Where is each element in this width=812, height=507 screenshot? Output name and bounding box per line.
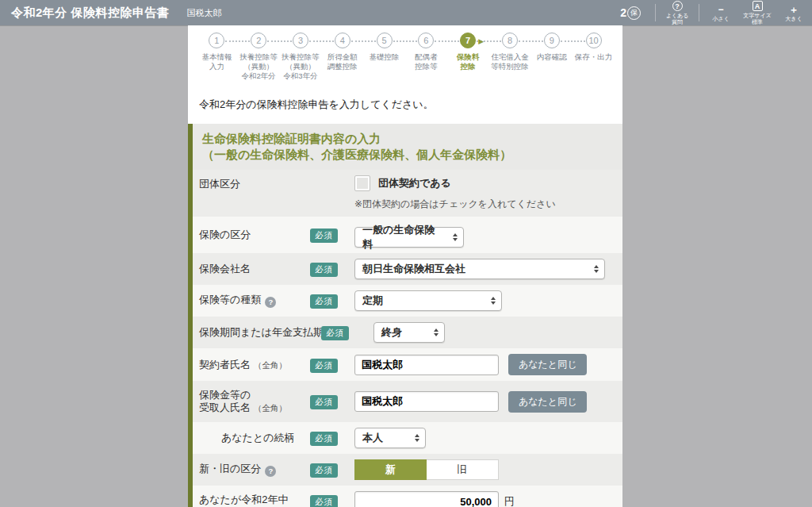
progress-stepper: 1 基本情報入力 2 扶養控除等（異動）令和2年分 3 扶養控除等（異動）令和3… — [188, 25, 622, 84]
row-new-old-category: 新・旧の区分? 必須 新 旧 — [193, 454, 622, 486]
new-old-toggle: 新 旧 — [354, 459, 499, 480]
required-badge: 必須 — [321, 326, 349, 340]
stepper-step-7-active[interactable]: 7 ▶ 保険料控除 — [447, 33, 489, 81]
required-badge: 必須 — [310, 294, 338, 309]
badge-spacer — [310, 175, 354, 180]
insurance-circle-icon: 保 — [627, 6, 641, 20]
question-circle-icon: ? — [672, 1, 683, 11]
step-circle: 4 — [335, 33, 350, 48]
help-icon[interactable]: ? — [265, 297, 276, 308]
select-arrows-icon — [415, 434, 419, 442]
field-label: 団体区分 — [199, 175, 310, 193]
page-title: 令和2年分 保険料控除申告書 — [11, 6, 170, 21]
font-larger-label: 大きく — [785, 16, 802, 22]
faq-label: よくある 質問 — [666, 13, 689, 25]
row-paid-amount: あなたが令和2年中 に支払った保険料 などの金額 （半角） 必須 円 ※分配を受… — [193, 486, 622, 507]
section-title: 生命保険料控除証明書内容の入力 （一般の生命保険料、介護医療保険料、個人年金保険… — [193, 124, 622, 170]
required-badge: 必須 — [310, 229, 338, 243]
row-company-name: 保険会社名 必須 朝日生命保険相互会社 — [193, 253, 622, 285]
insurance-period-select[interactable]: 終身 — [373, 322, 445, 343]
minus-icon: − — [718, 4, 723, 15]
required-badge: 必須 — [310, 263, 338, 277]
required-badge: 必須 — [310, 495, 338, 507]
step-circle: 1 — [209, 33, 224, 48]
font-size-standard-button[interactable]: A 文字サイズ 標準 — [739, 0, 776, 25]
beneficiary-name-input[interactable] — [354, 391, 499, 412]
row-group-category: 団体区分 団体契約である ※団体契約の場合はチェックを入れてください — [193, 170, 622, 217]
insurance-count-badge: 2 保 — [620, 6, 641, 20]
row-relationship: あなたとの続柄 必須 本人 — [193, 422, 622, 454]
step-circle: 5 — [377, 33, 393, 48]
row-insurance-type: 保険等の種類? 必須 定期 — [193, 285, 622, 317]
group-contract-checkbox[interactable] — [354, 175, 370, 191]
field-label: 保険の区分 — [199, 226, 310, 244]
divider — [699, 4, 699, 21]
step-circle: 2 — [251, 33, 266, 48]
app-header: 令和2年分 保険料控除申告書 国税太郎 2 保 ? よくある 質問 − 小さく … — [0, 0, 812, 25]
plus-icon: ＋ — [789, 4, 799, 15]
instruction-text: 令和2年分の保険料控除申告を入力してください。 — [188, 84, 622, 124]
select-arrows-icon — [453, 233, 458, 241]
required-badge: 必須 — [310, 432, 338, 446]
step-circle: 10 — [586, 33, 602, 48]
row-contractor-name: 契約者氏名 （全角） 必須 あなたと同じ — [193, 348, 622, 381]
field-label: 保険期間または年金支払期間 — [199, 324, 340, 341]
required-badge: 必須 — [310, 359, 338, 373]
step-circle: 8 — [502, 33, 518, 48]
checkbox-fill — [357, 178, 368, 189]
help-icon[interactable]: ? — [265, 466, 276, 477]
life-insurance-form: 生命保険料控除証明書内容の入力 （一般の生命保険料、介護医療保険料、個人年金保険… — [188, 124, 622, 507]
same-as-you-button[interactable]: あなたと同じ — [508, 354, 587, 375]
insurance-type-select[interactable]: 定期 — [354, 290, 502, 311]
stepper-step-10[interactable]: 10 保存・出力 — [573, 33, 615, 81]
same-as-you-button[interactable]: あなたと同じ — [508, 391, 587, 413]
field-label: 新・旧の区分? — [199, 460, 310, 479]
field-label: あなたとの続柄 — [210, 429, 310, 447]
contractor-name-input[interactable] — [354, 355, 499, 375]
font-size-icon: A — [753, 1, 763, 11]
font-smaller-button[interactable]: − 小さく — [703, 0, 739, 25]
required-badge: 必須 — [310, 395, 338, 409]
insurance-category-select[interactable]: 一般の生命保険料 — [354, 227, 464, 248]
group-note: ※団体契約の場合はチェックを入れてください — [354, 198, 611, 211]
currency-unit: 円 — [504, 494, 515, 507]
select-arrows-icon — [594, 265, 599, 273]
font-size-label: 文字サイズ 標準 — [743, 13, 772, 25]
user-name: 国税太郎 — [187, 7, 222, 19]
main-content: 1 基本情報入力 2 扶養控除等（異動）令和2年分 3 扶養控除等（異動）令和3… — [188, 25, 622, 507]
relationship-select[interactable]: 本人 — [354, 428, 426, 448]
field-label: 契約者氏名 （全角） — [199, 356, 310, 374]
step-circle: 9 — [544, 33, 560, 48]
divider — [655, 4, 656, 21]
row-insurance-category: 保険の区分 必須 一般の生命保険料 — [193, 217, 622, 253]
field-label: あなたが令和2年中 に支払った保険料 などの金額 （半角） — [199, 491, 310, 507]
field-label: 保険会社名 — [199, 260, 310, 278]
active-step-arrow-icon: ▶ — [478, 37, 484, 45]
insurance-count: 2 — [620, 6, 626, 19]
checkbox-label: 団体契約である — [378, 176, 451, 190]
required-badge: 必須 — [310, 463, 338, 478]
step-circle-active: 7 — [460, 33, 476, 48]
row-insurance-period: 保険期間または年金支払期間 必須 終身 — [193, 317, 622, 348]
header-toolbar: 2 保 ? よくある 質問 − 小さく A 文字サイズ 標準 ＋ 大きく — [620, 0, 812, 25]
font-larger-button[interactable]: ＋ 大きく — [776, 0, 812, 25]
font-smaller-label: 小さく — [712, 16, 729, 22]
select-arrows-icon — [434, 328, 439, 336]
company-name-select[interactable]: 朝日生命保険相互会社 — [354, 259, 605, 279]
row-beneficiary-name: 保険金等の 受取人氏名 （全角） 必須 あなたと同じ — [193, 381, 622, 422]
faq-button[interactable]: ? よくある 質問 — [659, 0, 695, 25]
select-arrows-icon — [491, 297, 496, 305]
field-label: 保険金等の 受取人氏名 （全角） — [199, 386, 310, 417]
toggle-option-new[interactable]: 新 — [354, 459, 427, 480]
field-label: 保険等の種類? — [199, 291, 310, 310]
step-circle: 3 — [293, 33, 308, 48]
paid-amount-input[interactable] — [354, 491, 499, 507]
toggle-option-old[interactable]: 旧 — [427, 459, 500, 480]
step-circle: 6 — [418, 33, 434, 48]
